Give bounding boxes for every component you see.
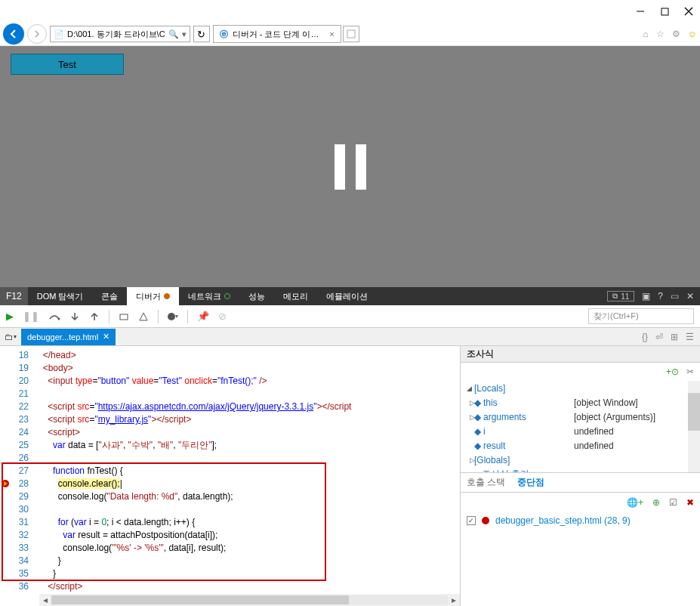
home-icon[interactable]: ⌂ xyxy=(643,29,648,39)
new-tab-button[interactable] xyxy=(343,26,359,42)
error-count-badge[interactable]: ⧉ 11 xyxy=(607,291,634,301)
bottom-panel-tabs: 호출 스택 중단점 xyxy=(461,473,700,493)
tab-breakpoints[interactable]: 중단점 xyxy=(517,476,544,489)
code-line[interactable]: 18 </head> xyxy=(0,349,460,362)
just-my-code-button[interactable]: ⊘ xyxy=(218,311,227,322)
watch-body: ◢ [Locals] ▷◆this[object Window]▷◆argume… xyxy=(461,381,700,473)
emoji-icon[interactable]: ☺ xyxy=(688,29,697,39)
add-xhr-bp-icon[interactable]: ⊕ xyxy=(652,497,660,508)
watch-variable-row[interactable]: ◆resultundefined xyxy=(461,438,700,453)
globals-group[interactable]: ▷ [Globals] xyxy=(461,453,700,467)
add-event-bp-icon[interactable]: 🌐+ xyxy=(627,497,643,508)
break-new-worker-button[interactable] xyxy=(119,311,129,322)
options-icon[interactable]: ☰ xyxy=(686,332,694,342)
side-panels: 조사식 +⊙ ✂ ◢ [Locals] ▷◆this[object Window… xyxy=(460,346,700,606)
step-into-button[interactable] xyxy=(69,311,80,322)
code-line[interactable]: 24 <script> xyxy=(0,426,460,439)
code-line[interactable]: 23 <script src="my_library.js"></script> xyxy=(0,413,460,426)
devtools-close-icon[interactable]: ✕ xyxy=(686,291,694,301)
devtools: F12 DOM 탐색기 콘솔 디버거 네트워크 성능 메모리 에뮬레이션 ⧉ 1… xyxy=(0,287,700,606)
step-out-button[interactable] xyxy=(89,311,100,322)
svg-rect-1 xyxy=(661,8,668,15)
favorites-icon[interactable]: ☆ xyxy=(656,29,665,39)
tab-close-icon[interactable]: × xyxy=(329,29,334,39)
watch-variable-row[interactable]: ▷◆arguments[object (Arguments)] xyxy=(461,410,700,424)
tab-callstack[interactable]: 호출 스택 xyxy=(467,476,505,489)
toggle-all-bp-icon[interactable]: ☑ xyxy=(669,497,677,508)
pin-button[interactable]: 📌 xyxy=(197,311,209,322)
breakpoint-item[interactable]: ✓debugger_basic_step.html (28, 9) xyxy=(467,515,694,526)
tab-emulation[interactable]: 에뮬레이션 xyxy=(317,287,377,305)
maximize-button[interactable] xyxy=(659,6,670,17)
debugger-toolbar: ▶ ❚❚ ▾ 📌 ⊘ 찾기(Ctrl+F) xyxy=(0,305,700,328)
dropdown-icon[interactable]: ▾ xyxy=(182,29,187,39)
watch-variable-row[interactable]: ◆iundefined xyxy=(461,424,700,438)
delete-all-bp-icon[interactable]: ✖ xyxy=(686,497,694,508)
continue-button[interactable]: ▶ xyxy=(6,311,14,322)
address-bar: 📄 D:\001. 동기화 드라이브\C 🔍 ▾ ↻ ⓔ 디버거 - 코드 단계… xyxy=(0,23,700,45)
pause-button[interactable]: ❚❚ xyxy=(23,311,39,322)
document-tab-strip: 🗀▾ debugger...tep.html ✕ {} ⏎ ⊞ ☰ xyxy=(0,328,700,346)
watch-scrollbar[interactable] xyxy=(688,381,700,472)
word-wrap-icon[interactable]: ⏎ xyxy=(655,332,663,342)
browser-toolbar-right: ⌂ ☆ ⚙ ☺ xyxy=(643,29,697,39)
refresh-button[interactable]: ↻ xyxy=(193,26,210,42)
code-line[interactable]: 19 <body> xyxy=(0,362,460,375)
minimize-button[interactable] xyxy=(635,6,646,17)
tab-debugger[interactable]: 디버거 xyxy=(127,287,179,305)
tab-network[interactable]: 네트워크 xyxy=(179,287,239,305)
f12-label: F12 xyxy=(0,287,28,305)
code-line[interactable]: 36 </script> xyxy=(0,580,460,593)
watch-variable-row[interactable]: ▷◆this[object Window] xyxy=(461,395,700,410)
code-line[interactable]: 20 <input type="button" value="Test" onc… xyxy=(0,375,460,388)
search-icon[interactable]: 🔍 xyxy=(168,29,179,39)
file-icon: 📄 xyxy=(54,29,64,39)
document-tab-label: debugger...tep.html xyxy=(27,332,98,342)
tab-performance[interactable]: 성능 xyxy=(239,287,274,305)
watch-toolbar: +⊙ ✂ xyxy=(461,363,700,381)
ie-icon: ⓔ xyxy=(220,29,228,40)
svg-rect-4 xyxy=(347,30,355,38)
break-exception-button[interactable] xyxy=(138,311,149,322)
svg-rect-6 xyxy=(120,314,128,320)
console-toggle-icon[interactable]: ▣ xyxy=(642,291,650,301)
source-map-icon[interactable]: ⊞ xyxy=(671,332,678,342)
watch-panel-header: 조사식 xyxy=(461,346,700,363)
code-editor[interactable]: 18 </head>19 <body>20 <input type="butto… xyxy=(0,346,460,606)
address-input[interactable]: 📄 D:\001. 동기화 드라이브\C 🔍 ▾ xyxy=(50,26,190,42)
settings-icon[interactable]: ⚙ xyxy=(672,29,680,39)
step-over-button[interactable] xyxy=(48,311,60,322)
open-file-button[interactable]: 🗀▾ xyxy=(0,332,21,342)
breakpoint-dot-icon xyxy=(482,517,489,524)
tab-dom-explorer[interactable]: DOM 탐색기 xyxy=(28,287,93,305)
add-watch-link[interactable]: 조사식 추가 xyxy=(461,467,700,473)
breakpoint-marker-icon[interactable] xyxy=(0,478,11,489)
pause-overlay-icon xyxy=(335,144,366,190)
code-line[interactable]: 25 var data = ["사과", "수박", "배", "두리안"]; xyxy=(0,439,460,452)
nav-forward-button[interactable] xyxy=(27,24,47,44)
find-input[interactable]: 찾기(Ctrl+F) xyxy=(588,308,694,324)
breakpoints-list: ✓debugger_basic_step.html (28, 9) xyxy=(461,512,700,529)
browser-tab[interactable]: ⓔ 디버거 - 코드 단계 이동 기... × xyxy=(213,25,341,43)
document-tab-close-icon[interactable]: ✕ xyxy=(103,332,109,342)
help-icon[interactable]: ? xyxy=(658,291,663,301)
window-chrome xyxy=(0,0,700,23)
tab-memory[interactable]: 메모리 xyxy=(274,287,317,305)
close-button[interactable] xyxy=(683,6,694,17)
nav-back-button[interactable] xyxy=(3,23,24,45)
test-button[interactable]: Test xyxy=(11,54,124,75)
add-watch-icon[interactable]: +⊙ xyxy=(666,366,679,377)
delete-watch-icon[interactable]: ✂ xyxy=(686,366,694,377)
pretty-print-icon[interactable]: {} xyxy=(642,332,648,342)
recording-indicator-icon xyxy=(224,293,230,299)
locals-group[interactable]: ◢ [Locals] xyxy=(461,381,700,395)
document-tab[interactable]: debugger...tep.html ✕ xyxy=(21,329,116,345)
breakpoints-toggle-button[interactable]: ▾ xyxy=(168,313,178,320)
breakpoint-checkbox[interactable]: ✓ xyxy=(467,516,476,525)
code-line[interactable]: 22 <script src="https://ajax.aspnetcdn.c… xyxy=(0,400,460,413)
tab-console[interactable]: 콘솔 xyxy=(92,287,127,305)
horizontal-scrollbar[interactable]: ◂▸ xyxy=(39,594,460,606)
dock-icon[interactable]: ▭ xyxy=(671,291,679,301)
code-line[interactable]: 21 xyxy=(0,388,460,400)
address-text: D:\001. 동기화 드라이브\C xyxy=(67,29,165,40)
